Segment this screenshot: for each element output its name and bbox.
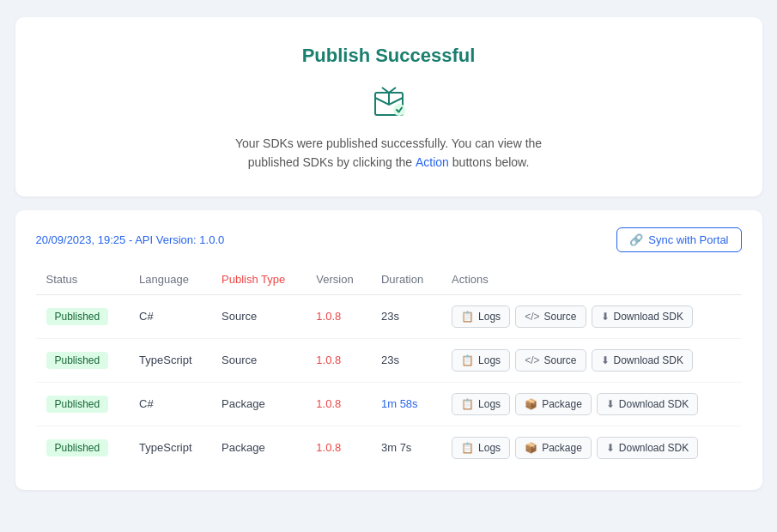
publish-type-cell: Package	[211, 382, 306, 426]
logs-button[interactable]: 📋Logs	[452, 393, 510, 415]
action-highlight: Action	[416, 155, 449, 169]
col-version: Version	[306, 266, 371, 295]
card-header: 20/09/2023, 19:25 - API Version: 1.0.0 🔗…	[36, 227, 742, 252]
table-header: Status Language Publish Type Version Dur…	[36, 266, 742, 295]
download-icon: ⬇	[606, 442, 615, 454]
publish-type-cell: Package	[211, 426, 306, 469]
duration-cell: 23s	[371, 294, 441, 338]
sdk-list-card: 20/09/2023, 19:25 - API Version: 1.0.0 🔗…	[15, 210, 762, 490]
box-check-icon	[368, 81, 410, 122]
version-cell: 1.0.8	[306, 294, 371, 338]
table-row: PublishedTypeScriptSource1.0.823s📋Logs</…	[36, 338, 742, 382]
sync-button-label: Sync with Portal	[648, 233, 728, 246]
language-cell: C#	[129, 382, 211, 426]
status-badge: Published	[46, 396, 109, 413]
duration-cell: 1m 58s	[371, 382, 441, 426]
package-icon: 📦	[525, 398, 537, 410]
col-status: Status	[36, 266, 130, 295]
actions-cell: 📋Logs</>Source⬇Download SDK	[441, 338, 741, 382]
logs-button[interactable]: 📋Logs	[452, 305, 510, 328]
language-cell: TypeScript	[129, 338, 211, 382]
package-icon: 📦	[525, 442, 537, 454]
status-badge: Published	[46, 352, 109, 369]
language-cell: C#	[129, 294, 211, 338]
actions-cell: 📋Logs📦Package⬇Download SDK	[441, 382, 741, 426]
actions-cell: 📋Logs</>Source⬇Download SDK	[441, 294, 741, 338]
logs-button[interactable]: 📋Logs	[452, 437, 510, 459]
action-label: Source	[543, 354, 576, 366]
logs-icon: 📋	[461, 354, 474, 366]
source-button[interactable]: </>Source	[515, 305, 586, 328]
status-badge: Published	[46, 308, 109, 325]
table-body: PublishedC#Source1.0.823s📋Logs</>Source⬇…	[36, 294, 742, 469]
status-badge: Published	[46, 439, 109, 456]
sync-with-portal-button[interactable]: 🔗 Sync with Portal	[616, 227, 741, 252]
download-icon: ⬇	[601, 354, 610, 366]
language-cell: TypeScript	[129, 426, 211, 469]
download-sdk-button[interactable]: ⬇Download SDK	[597, 437, 698, 459]
duration-cell: 23s	[371, 338, 441, 382]
status-cell: Published	[36, 426, 130, 469]
publish-success-card: Publish Successful Your SDKs were publis…	[15, 17, 762, 196]
status-cell: Published	[36, 382, 130, 426]
status-cell: Published	[36, 294, 130, 338]
actions-cell: 📋Logs📦Package⬇Download SDK	[441, 426, 741, 469]
col-duration: Duration	[371, 266, 441, 295]
package-button[interactable]: 📦Package	[515, 437, 592, 459]
col-publish-type: Publish Type	[211, 266, 306, 295]
action-label: Download SDK	[614, 354, 683, 366]
svg-point-2	[393, 104, 405, 116]
action-label: Logs	[478, 398, 501, 410]
download-sdk-button[interactable]: ⬇Download SDK	[592, 305, 693, 328]
sdk-table: Status Language Publish Type Version Dur…	[36, 266, 742, 469]
api-version-label: 20/09/2023, 19:25 - API Version: 1.0.0	[36, 233, 225, 246]
version-cell: 1.0.8	[306, 426, 371, 469]
source-icon: </>	[525, 354, 539, 366]
action-label: Download SDK	[619, 442, 689, 454]
success-description: Your SDKs were published successfully. Y…	[226, 134, 552, 172]
col-actions: Actions	[441, 266, 741, 295]
download-icon: ⬇	[606, 398, 615, 410]
publish-type-cell: Source	[211, 338, 306, 382]
action-label: Package	[542, 398, 582, 410]
publish-type-cell: Source	[211, 294, 306, 338]
package-button[interactable]: 📦Package	[515, 393, 592, 415]
source-icon: </>	[525, 311, 539, 323]
logs-icon: 📋	[461, 311, 474, 323]
action-label: Logs	[478, 354, 501, 366]
source-button[interactable]: </>Source	[515, 349, 586, 372]
download-sdk-button[interactable]: ⬇Download SDK	[597, 393, 698, 415]
action-label: Download SDK	[614, 311, 683, 323]
col-language: Language	[129, 266, 211, 295]
status-cell: Published	[36, 338, 130, 382]
logs-button[interactable]: 📋Logs	[452, 349, 510, 372]
table-row: PublishedTypeScriptPackage1.0.83m 7s📋Log…	[36, 426, 742, 469]
action-label: Logs	[478, 442, 501, 454]
version-cell: 1.0.8	[306, 338, 371, 382]
logs-icon: 📋	[461, 442, 474, 454]
action-label: Logs	[478, 311, 501, 323]
logs-icon: 📋	[461, 398, 474, 410]
sync-icon: 🔗	[629, 233, 643, 246]
table-row: PublishedC#Source1.0.823s📋Logs</>Source⬇…	[36, 294, 742, 338]
action-label: Package	[542, 442, 582, 454]
download-icon: ⬇	[601, 311, 610, 323]
duration-cell: 3m 7s	[371, 426, 441, 469]
table-row: PublishedC#Package1.0.81m 58s📋Logs📦Packa…	[36, 382, 742, 426]
version-cell: 1.0.8	[306, 382, 371, 426]
download-sdk-button[interactable]: ⬇Download SDK	[592, 349, 693, 372]
action-label: Source	[543, 311, 576, 323]
action-label: Download SDK	[619, 398, 689, 410]
page-title: Publish Successful	[50, 45, 728, 67]
